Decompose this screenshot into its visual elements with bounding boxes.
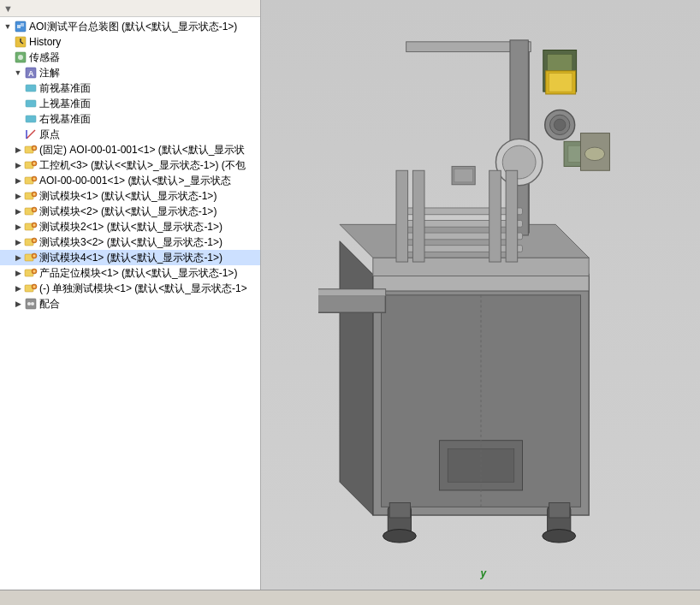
comp5-label: 测试模块<2> (默认<默认_显示状态-1>) — [39, 204, 217, 219]
tree-item-comp8[interactable]: ▶ 测试模块4<1> (默认<默认_显示状态-1>) — [0, 250, 260, 265]
tree-item-comp5[interactable]: ▶ 测试模块<2> (默认<默认_显示状态-1>) — [0, 204, 260, 219]
main-area: ▼ ▼ AOI测试平台总装图 (默认<默认_显示状态-1>) — [0, 0, 700, 590]
expand-arrow-annotation[interactable]: ▼ — [14, 68, 22, 77]
comp10-icon — [24, 282, 38, 295]
svg-text:A: A — [28, 69, 34, 78]
svg-rect-49 — [372, 275, 588, 291]
feature-tree[interactable]: ▼ AOI测试平台总装图 (默认<默认_显示状态-1>) — [0, 17, 260, 590]
tree-item-comp4[interactable]: ▶ 测试模块<1> (默认<默认_显示状态-1>) — [0, 188, 260, 204]
tree-item-mates[interactable]: ▶ 配合 — [0, 296, 260, 311]
svg-rect-87 — [549, 503, 569, 518]
comp6-icon — [24, 220, 38, 234]
comp7-label: 测试模块3<2> (默认<默认_显示状态-1>) — [39, 234, 222, 250]
tree-item-comp9[interactable]: ▶ 产品定位模块<1> (默认<默认_显示状态-1>) — [0, 265, 260, 281]
top-plane-label: 上视基准面 — [39, 96, 91, 111]
svg-rect-67 — [489, 170, 501, 262]
filter-bar: ▼ — [0, 0, 260, 17]
expand-arrow-comp8[interactable]: ▶ — [14, 253, 22, 262]
tree-item-history[interactable]: History — [0, 34, 260, 50]
origin-label: 原点 — [39, 127, 60, 142]
expand-arrow-comp2[interactable]: ▶ — [14, 161, 22, 169]
tree-item-comp7[interactable]: ▶ 测试模块3<2> (默认<默认_显示状态-1>) — [0, 234, 260, 250]
comp4-label: 测试模块<1> (默认<默认_显示状态-1>) — [39, 188, 217, 204]
expand-arrow-comp5[interactable]: ▶ — [14, 207, 22, 216]
expand-arrow-comp3[interactable]: ▶ — [14, 176, 22, 185]
svg-point-7 — [18, 55, 23, 60]
svg-marker-53 — [340, 224, 589, 258]
expand-arrow-comp1[interactable]: ▶ — [14, 145, 22, 154]
svg-rect-11 — [26, 100, 36, 107]
front-plane-label: 前视基准面 — [39, 80, 91, 96]
expand-arrow-comp6[interactable]: ▶ — [14, 222, 22, 231]
mates-icon — [24, 297, 38, 311]
viewport-panel: y — [261, 0, 700, 590]
expand-arrow-root[interactable]: ▼ — [3, 22, 12, 31]
svg-point-47 — [31, 302, 34, 305]
mates-label: 配合 — [39, 296, 60, 311]
expand-arrow-comp10[interactable]: ▶ — [14, 284, 22, 293]
expand-arrow-comp9[interactable]: ▶ — [14, 269, 22, 277]
comp8-label: 测试模块4<1> (默认<默认_显示状态-1>) — [39, 250, 222, 265]
svg-point-85 — [542, 530, 575, 543]
comp10-label: (-) 单独测试模块<1> (默认<默认_显示状态-1> — [39, 281, 247, 296]
comp9-label: 产品定位模块<1> (默认<默认_显示状态-1>) — [39, 265, 237, 281]
tree-item-comp6[interactable]: ▶ 测试模块2<1> (默认<默认_显示状态-1>) — [0, 219, 260, 234]
tree-item-comp1[interactable]: ▶ (固定) AOI-00-01-001<1> (默认<默认_显示状 — [0, 142, 260, 157]
comp4-icon — [24, 189, 38, 203]
history-icon — [14, 35, 27, 49]
svg-marker-51 — [340, 241, 373, 515]
origin-icon — [24, 128, 38, 141]
comp8-icon — [24, 251, 38, 264]
svg-point-29 — [33, 209, 36, 211]
history-label: History — [29, 34, 61, 50]
svg-point-32 — [33, 224, 36, 227]
3d-viewport[interactable]: y — [261, 0, 700, 590]
tree-item-comp2[interactable]: ▶ 工控机<3> (默认<<默认>_显示状态-1>) (不包 — [0, 157, 260, 173]
left-panel: ▼ ▼ AOI测试平台总装图 (默认<默认_显示状态-1>) — [0, 0, 261, 590]
svg-rect-70 — [547, 54, 572, 70]
tree-item-front-plane[interactable]: 前视基准面 — [0, 80, 260, 96]
svg-point-23 — [33, 178, 36, 181]
tree-item-right-plane[interactable]: 右视基准面 — [0, 111, 260, 127]
svg-rect-66 — [412, 170, 424, 262]
comp3-icon — [24, 174, 38, 187]
annotation-label: 注解 — [39, 65, 60, 80]
filter-icon: ▼ — [3, 3, 13, 14]
svg-point-75 — [554, 119, 566, 131]
comp3-label: AOI-00-00-001<1> (默认<默认>_显示状态 — [39, 173, 231, 188]
svg-rect-86 — [389, 503, 410, 518]
svg-point-26 — [33, 193, 36, 196]
expand-arrow-comp4[interactable]: ▶ — [14, 192, 22, 200]
svg-point-83 — [383, 530, 416, 543]
comp5-icon — [24, 205, 38, 218]
y-axis-label: y — [481, 567, 487, 579]
right-plane-icon — [24, 112, 38, 126]
tree-item-top-plane[interactable]: 上视基准面 — [0, 96, 260, 111]
expand-arrow-comp7[interactable]: ▶ — [14, 238, 22, 246]
assembly-icon — [14, 20, 27, 33]
svg-rect-65 — [396, 170, 408, 262]
tree-item-comp3[interactable]: ▶ AOI-00-00-001<1> (默认<默认>_显示状态 — [0, 173, 260, 188]
svg-point-81 — [584, 147, 604, 161]
tree-root-item[interactable]: ▼ AOI测试平台总装图 (默认<默认_显示状态-1>) — [0, 19, 260, 34]
tree-item-comp10[interactable]: ▶ (-) 单独测试模块<1> (默认<默认_显示状态-1> — [0, 281, 260, 296]
sensor-icon — [14, 50, 27, 64]
svg-rect-55 — [318, 289, 385, 296]
svg-rect-68 — [506, 170, 518, 262]
root-label: AOI测试平台总装图 (默认<默认_显示状态-1>) — [29, 19, 237, 34]
tree-item-sensor[interactable]: 传感器 — [0, 50, 260, 65]
top-plane-icon — [24, 97, 38, 110]
svg-rect-2 — [21, 23, 24, 27]
tree-item-origin[interactable]: 原点 — [0, 127, 260, 142]
svg-point-46 — [27, 302, 31, 305]
comp1-label: (固定) AOI-00-01-001<1> (默认<默认_显示状 — [39, 142, 245, 157]
expand-arrow-mates[interactable]: ▶ — [14, 300, 22, 308]
machine-3d-model — [318, 9, 644, 573]
front-plane-icon — [24, 81, 38, 95]
sensor-label: 传感器 — [29, 50, 60, 65]
svg-point-44 — [33, 286, 36, 288]
comp2-label: 工控机<3> (默认<<默认>_显示状态-1>) (不包 — [39, 157, 246, 173]
tree-item-annotation[interactable]: ▼ A 注解 — [0, 65, 260, 80]
svg-point-41 — [33, 270, 36, 273]
svg-rect-1 — [17, 25, 21, 28]
